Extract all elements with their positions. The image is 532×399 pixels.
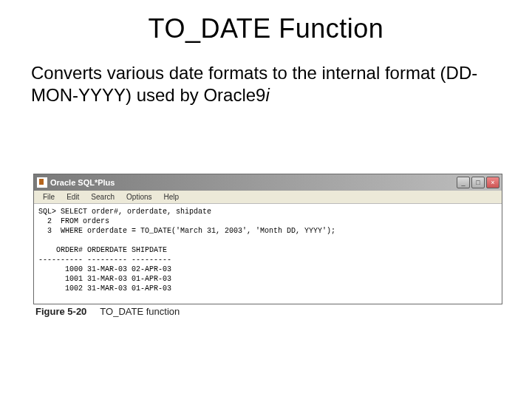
menu-edit[interactable]: Edit (61, 191, 85, 202)
figure-number: Figure 5-20 (35, 306, 86, 317)
figure-caption: Figure 5-20TO_DATE function (35, 306, 180, 317)
body-text-c: i (265, 85, 269, 105)
slide-title: TO_DATE Function (0, 0, 532, 62)
slide-body: Converts various date formats to the int… (0, 62, 532, 106)
menu-options[interactable]: Options (120, 191, 157, 202)
minimize-button[interactable]: _ (457, 177, 470, 188)
terminal-output: SQL> SELECT order#, orderdate, shipdate … (34, 204, 502, 304)
sqlplus-window: Oracle SQL*Plus _ □ × File Edit Search O… (33, 174, 502, 304)
app-icon (37, 177, 47, 188)
maximize-button[interactable]: □ (471, 177, 485, 188)
body-text-b: 9 (256, 85, 265, 105)
menu-file[interactable]: File (37, 191, 61, 202)
window-titlebar: Oracle SQL*Plus _ □ × (34, 174, 502, 191)
menu-help[interactable]: Help (158, 191, 185, 202)
window-controls: _ □ × (457, 177, 502, 188)
menu-search[interactable]: Search (85, 191, 120, 202)
figure-label: TO_DATE function (100, 306, 180, 317)
close-button[interactable]: × (486, 177, 499, 188)
menubar: File Edit Search Options Help (34, 191, 502, 204)
window-title: Oracle SQL*Plus (50, 178, 454, 187)
body-text-a: Converts various date formats to the int… (31, 63, 477, 105)
